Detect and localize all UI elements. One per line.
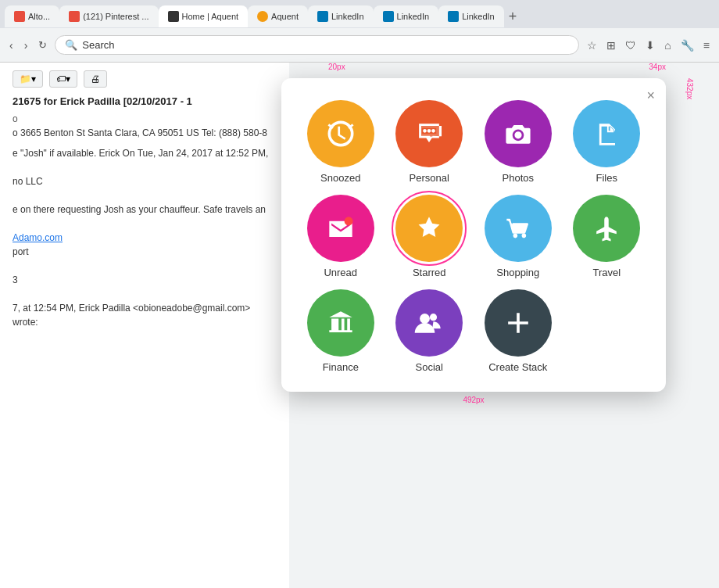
home-icon[interactable]: ⌂ <box>661 36 674 55</box>
file-icon <box>589 117 624 151</box>
tab-linkedin1[interactable]: LinkedIn <box>308 5 374 27</box>
social-label: Social <box>416 361 443 373</box>
unread-icon-circle <box>307 195 374 262</box>
tag-button[interactable]: 🏷▾ <box>49 70 77 88</box>
alarm-icon <box>324 117 358 151</box>
tab-label: Home | Aquent <box>182 12 239 21</box>
social-item[interactable]: Social <box>389 289 470 373</box>
email-body-line1: e "Josh" if available. Erick On Tue, Jan… <box>13 146 277 160</box>
search-bar: 🔍 <box>55 35 579 55</box>
svg-point-3 <box>344 217 352 225</box>
finance-item[interactable]: Finance <box>300 289 381 373</box>
tab-linkedin2[interactable]: LinkedIn <box>374 5 439 27</box>
toolbar: ‹ › ↻ 🔍 ☆ ⊞ 🛡 ⬇ ⌂ 🔧 ≡ <box>0 28 719 63</box>
tab-label: Alto... <box>28 12 50 21</box>
download-icon[interactable]: ⬇ <box>642 36 658 55</box>
personal-item[interactable]: Personal <box>389 100 470 184</box>
plus-icon <box>501 306 535 340</box>
svg-point-0 <box>423 129 427 133</box>
new-tab-button[interactable]: + <box>504 9 522 25</box>
social-icon-circle <box>395 289 463 357</box>
menu-icon[interactable]: ≡ <box>700 36 713 55</box>
shield-icon[interactable]: 🛡 <box>622 36 639 55</box>
tab-pinterest[interactable]: (121) Pinterest ... <box>59 5 158 27</box>
toolbar-actions: ☆ ⊞ 🛡 ⬇ ⌂ 🔧 ≡ <box>584 36 713 55</box>
email-from: o <box>13 113 277 124</box>
reload-button[interactable]: ↻ <box>35 36 50 54</box>
starred-label: Starred <box>413 267 446 278</box>
browser-chrome: Alto... (121) Pinterest ... Home | Aquen… <box>0 0 719 63</box>
shopping-label: Shopping <box>496 267 539 278</box>
folder-button[interactable]: 📁▾ <box>13 70 43 88</box>
email-company: no LLC <box>13 174 277 188</box>
measure-left: 20px <box>328 63 345 71</box>
svg-point-1 <box>427 129 431 133</box>
chat-icon <box>412 117 446 151</box>
tab-bar: Alto... (121) Pinterest ... Home | Aquen… <box>0 0 719 28</box>
travel-label: Travel <box>592 267 621 278</box>
create-stack-icon-circle <box>485 289 552 357</box>
print-button[interactable]: 🖨 <box>84 70 107 88</box>
measure-height: 432px <box>685 78 694 99</box>
forward-button[interactable]: › <box>21 36 31 55</box>
tab-alto[interactable]: Alto... <box>5 5 59 27</box>
tab-favicon <box>383 11 394 22</box>
files-item[interactable]: Files <box>567 100 648 184</box>
back-button[interactable]: ‹ <box>6 36 16 55</box>
unread-label: Unread <box>324 267 357 278</box>
star-icon <box>412 211 446 246</box>
files-label: Files <box>596 172 617 184</box>
icon-grid: Snoozed Personal Photos <box>300 100 647 373</box>
reader-icon[interactable]: ⊞ <box>603 36 619 55</box>
email-body-line2: e on there requesting Josh as your chauf… <box>13 203 277 217</box>
finance-label: Finance <box>323 361 359 373</box>
email-address: o 3665 Benton St Santa Clara, CA 95051 U… <box>13 127 277 138</box>
tab-label: (121) Pinterest ... <box>83 12 148 21</box>
tab-linkedin3[interactable]: LinkedIn <box>438 5 504 27</box>
tab-favicon <box>317 11 328 22</box>
bookmark-icon[interactable]: ☆ <box>584 36 600 55</box>
photos-label: Photos <box>503 172 534 184</box>
svg-point-8 <box>420 314 430 324</box>
tab-favicon <box>168 11 179 22</box>
cart-icon <box>501 211 535 246</box>
photos-item[interactable]: Photos <box>478 100 559 184</box>
email-link[interactable]: Adamo.com <box>13 232 63 243</box>
measure-top: 34px <box>649 63 666 71</box>
travel-item[interactable]: Travel <box>567 195 648 278</box>
starred-item[interactable]: Starred <box>389 195 470 278</box>
close-button[interactable]: × <box>646 88 655 104</box>
create-stack-label: Create Stack <box>488 361 547 373</box>
email-subject: 21675 for Erick Padilla [02/10/2017 - 1 <box>13 95 277 107</box>
tab-favicon <box>448 11 459 22</box>
bank-icon <box>324 306 358 340</box>
tab-favicon <box>257 11 268 22</box>
people-icon <box>412 306 446 340</box>
travel-icon-circle <box>573 195 640 262</box>
email-toolbar: 📁▾ 🏷▾ 🖨 <box>13 70 277 88</box>
tab-aquent[interactable]: Home | Aquent <box>159 5 249 27</box>
camera-icon <box>501 117 535 151</box>
snoozed-icon-circle <box>307 100 374 167</box>
snoozed-item[interactable]: Snoozed <box>300 100 381 184</box>
extension-icon[interactable]: 🔧 <box>678 36 697 55</box>
search-input[interactable] <box>82 39 569 51</box>
shopping-icon-circle <box>485 195 552 262</box>
email-body-line3: port <box>13 245 277 259</box>
shopping-item[interactable]: Shopping <box>478 195 559 278</box>
tab-aquent2[interactable]: Aquent <box>248 5 308 27</box>
tab-label: Aquent <box>271 12 299 21</box>
mail-icon <box>324 211 358 246</box>
svg-point-7 <box>522 235 526 238</box>
snoozed-label: Snoozed <box>320 172 360 184</box>
create-stack-item[interactable]: Create Stack <box>478 289 559 373</box>
email-body-line4: 3 <box>13 273 277 287</box>
starred-icon-circle <box>395 195 463 262</box>
svg-point-6 <box>513 235 517 238</box>
email-background: 📁▾ 🏷▾ 🖨 21675 for Erick Padilla [02/10/2… <box>0 63 289 588</box>
stack-chooser-popup: × Snoozed Person <box>281 78 666 392</box>
finance-icon-circle <box>307 289 374 357</box>
files-icon-circle <box>573 100 640 167</box>
unread-item[interactable]: Unread <box>300 195 381 278</box>
plane-icon <box>589 211 624 246</box>
